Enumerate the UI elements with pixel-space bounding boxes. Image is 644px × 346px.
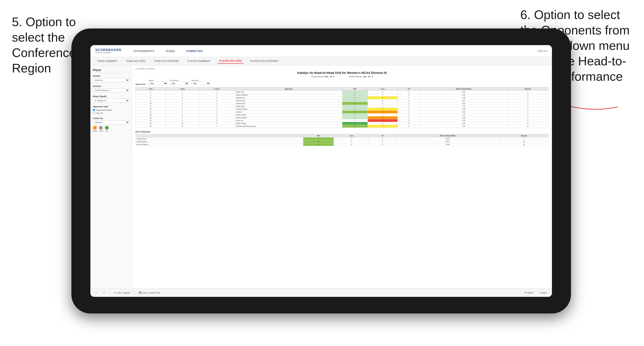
cell-win: 1 xyxy=(342,108,368,111)
cell-conf: 1 xyxy=(199,108,235,111)
sub-nav-team-h2h-heatmap[interactable]: TEAM H2H HEATMAP xyxy=(152,59,181,63)
cell-div: 20 xyxy=(136,125,166,128)
sub-nav-player-summary[interactable]: PLAYER SUMMARY xyxy=(186,59,213,63)
cell-tie: 0 xyxy=(398,94,420,96)
share-icon: ⤴ xyxy=(539,292,540,294)
filter-row: Opponents: Region (All) Conference (All) xyxy=(135,80,548,85)
radio-top100-input[interactable] xyxy=(93,112,95,114)
share-button[interactable]: ⤴ Share xyxy=(538,291,548,295)
radio-group-opponent: Opponents Played Top 100 xyxy=(93,109,130,114)
ood-th-loss: Loss xyxy=(334,134,369,138)
cell-conf: 6 xyxy=(199,122,235,125)
cell-conf: 2 xyxy=(199,119,235,122)
cell-loss: 2 xyxy=(368,116,398,119)
sidebar-division-select[interactable]: NCAA Division III xyxy=(93,88,130,92)
cell-conf: 2 xyxy=(199,94,235,96)
ood-cell-win: 15 xyxy=(303,140,334,143)
cell-opponent: Sydney Kuo xyxy=(235,96,342,99)
cell-opponent: Eunice Yi xyxy=(235,111,342,114)
sidebar-gender-select[interactable]: Women's xyxy=(93,78,130,82)
sub-nav-player-h2h-heatmap[interactable]: PLAYER H2H HEATMAP xyxy=(248,59,280,63)
table-row: 19 10 6 Emily Chang 4 0 0 0.30 11 xyxy=(136,122,548,125)
filter-group-opponents: Opponents: xyxy=(135,83,146,85)
th-reg: # Reg xyxy=(166,87,199,91)
filter-conference-label: Conference xyxy=(170,80,189,81)
ood-th-rounds: Rounds xyxy=(499,134,548,138)
sub-nav-team-summary[interactable]: TEAM SUMMARY xyxy=(95,59,119,63)
cell-tie: 0 xyxy=(398,96,420,99)
ood-table-row: Foreign Team 1 0 0 4.500 2 xyxy=(136,138,548,140)
cell-win: 0 xyxy=(342,119,368,122)
cell-div: 3 xyxy=(136,91,166,94)
cell-tie: 0 xyxy=(398,122,420,125)
nav-tournaments[interactable]: TOURNAMENTS xyxy=(131,49,156,53)
sign-out-link[interactable]: | Sign out xyxy=(537,50,547,52)
th-loss: Loss xyxy=(368,87,398,91)
toolbar-sep-1 xyxy=(110,291,110,295)
main-data-table: # Div # Reg # Conf Opponent Win Loss Tie… xyxy=(135,87,548,128)
ood-cell-rounds: 10 xyxy=(499,143,548,146)
cell-loss: 1 xyxy=(368,108,398,111)
ood-header-row: Win Loss Tie Diff Av Strokes/Rnd Rounds xyxy=(136,134,548,138)
redo-button[interactable]: ↪ xyxy=(102,291,106,295)
cell-conf: 3 xyxy=(199,96,235,99)
logo-text: SCOREBOARD xyxy=(95,48,122,51)
cell-rounds: 3 xyxy=(507,94,548,96)
nav-committee[interactable]: COMMITTEE xyxy=(184,49,205,53)
cell-win: 4 xyxy=(342,122,368,125)
sub-nav-team-h2h-grid[interactable]: TEAM H2H GRID xyxy=(124,59,147,63)
ood-cell-diff: 7.400 xyxy=(396,143,499,146)
sidebar-colour-label: Colour by xyxy=(93,117,130,119)
undo-button[interactable]: ↩ xyxy=(94,291,99,295)
table-row: 15 8 5 Stella Cheng 1 0 0 1.25 4 xyxy=(136,114,548,116)
cell-opponent: Jessica Mason xyxy=(235,116,342,119)
cell-tie: 0 xyxy=(398,114,420,116)
table-row: 11 2 5 Heejo Hyun 1 0 0 3.33 3 xyxy=(136,105,548,108)
filter-conference-select[interactable]: (All) xyxy=(170,82,189,85)
cell-loss: 2 xyxy=(368,111,398,114)
colour-level-label: Level xyxy=(99,130,103,132)
cell-opponent: Sharon Mun xyxy=(235,99,342,102)
cell-loss: 3 xyxy=(368,119,398,122)
filter-region-select[interactable]: (All) xyxy=(148,82,168,85)
sub-nav-player-h2h-grid[interactable]: PLAYER H2H GRID xyxy=(218,59,244,64)
top-nav: SCOREBOARD Powered by clippd TOURNAMENTS… xyxy=(90,45,552,57)
watch-icon: 👁 xyxy=(524,292,527,294)
radio-opponents-played-input[interactable] xyxy=(93,109,95,111)
cell-reg: 3 xyxy=(166,116,199,119)
sidebar-title: Player xyxy=(93,68,130,73)
radio-opponents-played[interactable]: Opponents Played xyxy=(93,109,130,111)
save-custom-button[interactable]: 💾 Save Custom View xyxy=(137,291,162,295)
logo-sub: Powered by clippd xyxy=(95,51,122,54)
cell-tie: 0 xyxy=(398,125,420,128)
cell-reg: 3 xyxy=(166,96,199,99)
ood-th-win: Win xyxy=(303,134,334,138)
cell-div: 18 xyxy=(136,119,166,122)
sidebar-player-section: Player (Rank) 8. Katelyn Vo xyxy=(93,95,130,103)
cell-loss: 0 xyxy=(368,122,398,125)
cell-win: 1 xyxy=(342,116,368,119)
colour-down-circle xyxy=(93,126,97,130)
cell-diff: 0.38 xyxy=(420,111,507,114)
cell-reg: 1 xyxy=(166,99,199,102)
filter-opponent-select[interactable]: (All) xyxy=(191,82,210,85)
cell-div: 15 xyxy=(136,114,166,116)
th-rounds: Rounds xyxy=(507,87,548,91)
cell-tie: 0 xyxy=(398,108,420,111)
sidebar-colour-select[interactable]: Win/loss xyxy=(93,120,130,124)
view-original-button[interactable]: 👁 View: Original xyxy=(112,291,131,295)
overall-record: Overall Record: 353 - 34 - 6 xyxy=(311,76,334,78)
nav-teams[interactable]: TEAMS xyxy=(164,49,177,53)
watch-label: Watch xyxy=(528,292,534,294)
eye-icon: 👁 xyxy=(114,292,116,294)
table-row: 9 1 4 Sharon Mun 1 0 0 3.67 3 xyxy=(136,99,548,102)
radio-top-100[interactable]: Top 100 xyxy=(93,112,130,114)
filter-group-region: Region (All) xyxy=(148,80,168,85)
cell-diff: -5.00 xyxy=(420,119,507,122)
watch-button[interactable]: 👁 Watch xyxy=(523,291,535,295)
ood-cell-tie: 0 xyxy=(369,138,396,140)
cell-diff: -0.94 xyxy=(420,116,507,119)
cell-rounds: 11 xyxy=(507,122,548,125)
cell-tie: 0 xyxy=(398,91,420,94)
sidebar-player-select[interactable]: 8. Katelyn Vo xyxy=(93,99,130,103)
